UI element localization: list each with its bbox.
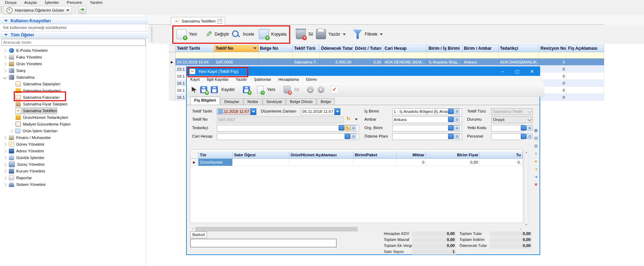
- sidebar-item-urun-islem-satirlari[interactable]: Ürün İşlem Satırları: [10, 128, 58, 134]
- lookup-button[interactable]: ...: [448, 117, 454, 122]
- lookup-button[interactable]: ...: [521, 125, 526, 131]
- line-item-row[interactable]: ▶ Ürün/Hizmet 0 0,00 0,: [190, 159, 523, 166]
- sidebar-item-satinalma-fiyat-talepleri[interactable]: Satınalma Fiyat Talepleri: [16, 101, 67, 107]
- yeni-label[interactable]: Yeni: [267, 87, 275, 92]
- menu-ilgili-kayitlar[interactable]: İlgili Kayıtlar: [207, 77, 228, 81]
- export-excel-icon[interactable]: ➔: [533, 167, 539, 172]
- degistir-button[interactable]: ✎ Değiştir: [203, 28, 229, 41]
- chevron-down-icon[interactable]: [3, 75, 7, 79]
- sidebar-item-urun[interactable]: Ürün Yönetimi: [4, 61, 42, 67]
- tedarikci-input[interactable]: [217, 125, 359, 132]
- duzenleme-zamani-input[interactable]: 05.11.2018 11:57: [301, 108, 335, 115]
- kopyala-button[interactable]: + Kopyala: [259, 28, 286, 41]
- lookup-button[interactable]: ...: [448, 125, 454, 131]
- col-birim-fiyat[interactable]: Birim Fiyat: [426, 151, 480, 158]
- open-card-button[interactable]: ▤: [527, 134, 532, 139]
- tab-belge[interactable]: Belge: [317, 98, 335, 105]
- yetki-kodu-input[interactable]: [491, 125, 524, 132]
- filter-cell[interactable]: [353, 52, 383, 59]
- delete-row-icon[interactable]: ✕: [533, 182, 539, 187]
- grid-vertical-scrollbar[interactable]: ▲▼: [524, 150, 528, 226]
- col-teklif-tarihi[interactable]: Teklif Tarihi: [175, 45, 214, 52]
- open-card-button[interactable]: ▤: [454, 109, 460, 114]
- favorite-icon[interactable]: ★: [533, 159, 539, 164]
- tab-satinalma-teklifleri[interactable]: ✒ Satınalma Teklifleri ×: [171, 17, 225, 25]
- open-card-button[interactable]: ▤: [351, 134, 356, 139]
- move-up-icon[interactable]: ▲: [307, 86, 314, 93]
- shortcuts-header[interactable]: Kullanıcı Kısayolları: [0, 17, 150, 24]
- tab-close-icon[interactable]: ×: [217, 19, 222, 24]
- sidebar-item-finans[interactable]: Finans / Muhasebe: [4, 134, 51, 141]
- kaydet-label[interactable]: Kaydet: [221, 87, 234, 92]
- durumu-combo[interactable]: Onaylı: [491, 116, 533, 123]
- save-icon[interactable]: [211, 86, 218, 93]
- tab-detaylar[interactable]: Detaylar: [220, 98, 243, 105]
- menu-yazdir[interactable]: Yazdır: [235, 77, 247, 81]
- chevron-right-icon[interactable]: [3, 183, 7, 186]
- chevron-right-icon[interactable]: [10, 129, 13, 133]
- cari-hesap-input[interactable]: [217, 133, 359, 140]
- lookup-button[interactable]: ...: [448, 109, 454, 114]
- menu-yardim[interactable]: Yardım: [90, 0, 102, 5]
- col-birim-ambar[interactable]: Birim / Ambar: [463, 45, 499, 52]
- trash-icon[interactable]: ×: [284, 86, 291, 93]
- filter-cell[interactable]: [320, 52, 353, 59]
- grid-layout-icon[interactable]: ▤: [533, 135, 539, 141]
- tree-search-input[interactable]: [1, 39, 145, 46]
- date-dropdown-button[interactable]: [334, 108, 340, 115]
- open-card-button[interactable]: ▤: [454, 117, 460, 122]
- sidebar-item-adres[interactable]: Adres Yönetimi: [4, 148, 44, 154]
- dialog-title-bar[interactable]: ✒ Yeni Kayıt (Teklif Fişi): [187, 67, 539, 76]
- filter-cell[interactable]: [499, 52, 539, 59]
- col-doviz-tutari[interactable]: Döviz / Tutarı: [353, 45, 383, 52]
- sidebar-item-surec[interactable]: Süreç Yönetimi: [4, 161, 44, 168]
- sidebar-item-maliyet-guncelleme[interactable]: Maliyet Güncelleme Fişleri: [16, 121, 71, 127]
- sidebar-item-urun-hizmet-tedarikcileri[interactable]: Ürün/Hizmet Tedarikçileri: [16, 114, 68, 121]
- menu-sablonlar[interactable]: Şablonlar: [254, 77, 272, 81]
- chevron-right-icon[interactable]: [3, 69, 7, 72]
- menu-dosya[interactable]: Dosya: [5, 0, 17, 5]
- new-page-icon[interactable]: +: [257, 86, 263, 93]
- col-miktar[interactable]: Miktar: [396, 151, 426, 158]
- grid-horizontal-scrollbar[interactable]: ‹ ›: [190, 227, 523, 231]
- sidebar-item-gorev[interactable]: ✓Görev Yönetimi: [4, 141, 44, 147]
- filter-cell[interactable]: [427, 52, 463, 59]
- sidebar-item-sistem[interactable]: Sistem Yönetimi: [4, 181, 46, 188]
- col-birim-is-birimi[interactable]: Birim / İş Birimi: [427, 45, 463, 52]
- scrollbar-thumb[interactable]: [195, 227, 358, 231]
- tab-sevkiyat[interactable]: Sevkiyat: [263, 98, 286, 105]
- col-teklif-turu[interactable]: Teklif Türü: [293, 45, 320, 52]
- teklif-tarihi-input[interactable]: 05.11.2018 11:57: [217, 108, 251, 115]
- sidebar-item-satinalma-teklifleri[interactable]: ✒Satınalma Teklifleri: [16, 108, 57, 114]
- chevron-down-icon[interactable]: [343, 34, 346, 35]
- col-belge-no[interactable]: Belge No: [258, 45, 293, 52]
- col-revizyon-no[interactable]: Revizyon No: [539, 45, 567, 52]
- col-birim-paket[interactable]: Birim/Paket: [353, 151, 396, 158]
- lookup-button[interactable]: ...: [521, 134, 526, 139]
- sidebar-item-satinalma-irsaliyeleri[interactable]: Satınalma İrsaliyeleri: [16, 87, 61, 94]
- filter-cell[interactable]: [214, 52, 258, 59]
- menu-hesaplama[interactable]: Hesaplama: [278, 77, 299, 81]
- sil-button[interactable]: × Sil: [296, 28, 313, 41]
- col-satir-ogesi[interactable]: Satır Öğesi: [233, 151, 289, 158]
- filter-cell[interactable]: [175, 52, 214, 59]
- sidebar-item-satinalma-siparisleri[interactable]: Satınalma Siparişleri: [16, 81, 60, 87]
- chevron-right-icon[interactable]: [3, 176, 7, 180]
- menu-pencere[interactable]: Pencere: [67, 0, 82, 5]
- chevron-down-icon[interactable]: [380, 34, 383, 35]
- filter-cell[interactable]: [463, 52, 499, 59]
- menu-araclar[interactable]: Araçlar: [24, 0, 37, 5]
- save-refresh-icon[interactable]: ↻: [200, 86, 207, 93]
- lookup-button[interactable]: ...: [339, 125, 344, 131]
- sidebar-item-gunluk[interactable]: Günlük İşlemler: [4, 155, 44, 161]
- col-fis-aciklamasi[interactable]: Fiş Açıklaması: [567, 45, 604, 52]
- save-new-icon[interactable]: +: [243, 86, 250, 93]
- grid-columns-icon[interactable]: ▥: [533, 143, 539, 149]
- maximize-icon[interactable]: ▢: [510, 67, 525, 76]
- chevron-right-icon[interactable]: [3, 163, 7, 166]
- sidebar-item-satis[interactable]: Satış: [4, 67, 25, 74]
- col-tur[interactable]: Tür: [198, 151, 233, 158]
- export-icon[interactable]: ➔: [78, 6, 86, 14]
- scroll-left-icon[interactable]: ‹: [190, 227, 195, 231]
- filter-cell[interactable]: [383, 52, 427, 59]
